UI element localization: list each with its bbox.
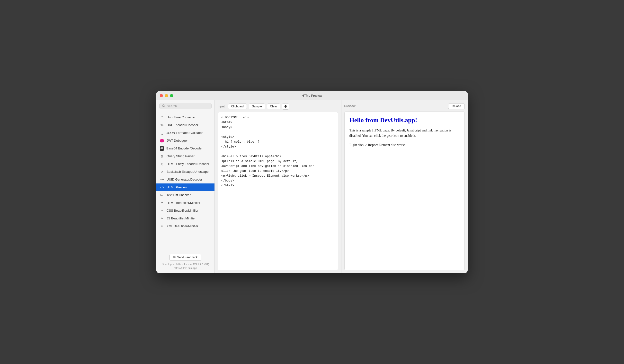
preview-label: Preview: bbox=[344, 104, 357, 108]
sidebar-item-text-diff[interactable]: ±ab Text Diff Checker bbox=[156, 191, 214, 199]
svg-point-0 bbox=[162, 105, 164, 107]
hash-icon: #; bbox=[160, 162, 164, 166]
fullscreen-button[interactable] bbox=[170, 94, 173, 97]
titlebar: HTML Preview bbox=[156, 91, 468, 100]
clock-icon: ⏱ bbox=[160, 115, 164, 120]
feedback-label: Send Feedback bbox=[177, 256, 197, 259]
email-icon: ✉ bbox=[173, 256, 176, 259]
ampersand-icon: & bbox=[160, 154, 164, 158]
sidebar-item-base64[interactable]: 64 Base64 Encoder/Decoder bbox=[156, 145, 214, 152]
base64-icon: 64 bbox=[160, 146, 164, 151]
sidebar-item-label: Unix Time Converter bbox=[167, 115, 195, 119]
clipboard-button[interactable]: Clipboard bbox=[228, 103, 247, 109]
preview-heading: Hello from DevUtils.app! bbox=[349, 117, 460, 124]
svg-marker-2 bbox=[160, 139, 164, 143]
sidebar-item-label: JSON Formatter/Validator bbox=[167, 131, 203, 135]
diff-icon: ±ab bbox=[160, 193, 164, 197]
sidebar-item-url-encoder[interactable]: % URL Encoder/Decoder bbox=[156, 121, 214, 129]
scissors3-icon: ✂ bbox=[160, 216, 164, 221]
sidebar-item-js-beautifier[interactable]: ✂ JS Beautifier/Minifier bbox=[156, 215, 214, 222]
gear-icon: ⚙ bbox=[284, 104, 287, 108]
sidebar-item-xml-beautifier[interactable]: ✂ XML Beautifier/Minifier bbox=[156, 222, 214, 230]
panels: Input: Clipboard Sample Clear ⚙ <!DOCTYP… bbox=[215, 100, 468, 273]
jwt-icon bbox=[160, 139, 164, 143]
sidebar-item-css-beautifier[interactable]: ✂ CSS Beautifier/Minifier bbox=[156, 207, 214, 215]
search-box bbox=[159, 103, 211, 109]
sidebar-item-label: CSS Beautifier/Minifier bbox=[167, 209, 198, 212]
sidebar-item-unix-time[interactable]: ⏱ Unix Time Converter bbox=[156, 114, 214, 121]
search-container bbox=[156, 100, 214, 112]
clear-button[interactable]: Clear bbox=[267, 103, 280, 109]
sample-button[interactable]: Sample bbox=[249, 103, 265, 109]
sidebar-item-label: HTML Preview bbox=[167, 185, 187, 189]
scissors4-icon: ✂ bbox=[160, 224, 164, 228]
sidebar-item-label: HTML Entity Encoder/Decoder bbox=[167, 162, 209, 166]
search-input[interactable] bbox=[167, 104, 209, 108]
sidebar-item-label: UUID Generator/Decoder bbox=[167, 178, 202, 181]
sidebar-item-label: Base64 Encoder/Decoder bbox=[166, 146, 203, 150]
traffic-lights bbox=[160, 94, 173, 97]
sidebar-footer: ✉ Send Feedback Developer Utilities for … bbox=[156, 251, 214, 273]
input-label: Input: bbox=[218, 104, 226, 108]
sidebar-item-query-string[interactable]: & Query String Parser bbox=[156, 152, 214, 160]
app-window: HTML Preview ⏱ Unix Time Converter bbox=[156, 91, 468, 273]
preview-paragraph-2: Right click > Inspect Element also works… bbox=[349, 142, 460, 148]
preview-panel: Preview: Reload Hello from DevUtils.app!… bbox=[341, 100, 468, 273]
input-toolbar: Input: Clipboard Sample Clear ⚙ bbox=[218, 103, 338, 110]
sidebar-item-label: URL Encoder/Decoder bbox=[167, 123, 198, 127]
gear-button[interactable]: ⚙ bbox=[282, 103, 289, 110]
preview-toolbar: Preview: Reload bbox=[344, 103, 465, 109]
sidebar-item-label: Text Diff Checker bbox=[167, 193, 191, 197]
sidebar: ⏱ Unix Time Converter % URL Encoder/Deco… bbox=[156, 100, 215, 273]
sidebar-nav: ⏱ Unix Time Converter % URL Encoder/Deco… bbox=[156, 112, 214, 251]
search-icon bbox=[162, 104, 165, 108]
sidebar-item-json-formatter[interactable]: {;} JSON Formatter/Validator bbox=[156, 129, 214, 137]
svg-line-1 bbox=[164, 106, 165, 107]
sidebar-item-html-preview[interactable]: </> HTML Preview bbox=[156, 183, 214, 191]
scissors2-icon: ✂ bbox=[160, 209, 164, 213]
sidebar-item-label: Query String Parser bbox=[167, 154, 195, 158]
main-content: ⏱ Unix Time Converter % URL Encoder/Deco… bbox=[156, 100, 468, 273]
sidebar-item-backslash[interactable]: \n Backslash Escaper/Unescaper bbox=[156, 168, 214, 176]
main-area: Input: Clipboard Sample Clear ⚙ <!DOCTYP… bbox=[215, 100, 468, 273]
minimize-button[interactable] bbox=[165, 94, 168, 97]
backslash-icon: \n bbox=[160, 170, 164, 174]
sidebar-item-html-entity[interactable]: #; HTML Entity Encoder/Decoder bbox=[156, 160, 214, 168]
sidebar-item-label: HTML Beautifier/Minifier bbox=[167, 201, 200, 205]
preview-paragraph-1: This is a sample HTML page. By default, … bbox=[349, 128, 460, 139]
code-editor[interactable]: <!DOCTYPE html> <html> <body> <style> h1… bbox=[218, 112, 338, 270]
sidebar-item-label: JWT Debugger bbox=[167, 139, 188, 142]
close-button[interactable] bbox=[160, 94, 163, 97]
sidebar-item-html-beautifier[interactable]: ✂ HTML Beautifier/Minifier bbox=[156, 199, 214, 207]
sidebar-item-uuid[interactable]: UID UUID Generator/Decoder bbox=[156, 176, 214, 183]
sidebar-item-label: XML Beautifier/Minifier bbox=[167, 224, 198, 228]
footer-version: Developer Utilities for macOS 1.4.1 (31)… bbox=[162, 262, 209, 270]
input-panel: Input: Clipboard Sample Clear ⚙ <!DOCTYP… bbox=[215, 100, 341, 273]
braces-icon: {;} bbox=[160, 131, 164, 135]
window-title: HTML Preview bbox=[302, 94, 322, 97]
sidebar-item-label: JS Beautifier/Minifier bbox=[167, 217, 196, 220]
reload-button[interactable]: Reload bbox=[448, 103, 465, 109]
sidebar-item-label: Backslash Escaper/Unescaper bbox=[167, 170, 210, 173]
feedback-button[interactable]: ✉ Send Feedback bbox=[170, 254, 201, 261]
sidebar-item-jwt-debugger[interactable]: JWT Debugger bbox=[156, 137, 214, 145]
percent-icon: % bbox=[160, 123, 164, 127]
uuid-icon: UID bbox=[160, 177, 164, 182]
scissors-icon: ✂ bbox=[160, 201, 164, 205]
preview-content: Hello from DevUtils.app! This is a sampl… bbox=[344, 112, 465, 270]
html-icon: </> bbox=[160, 185, 164, 190]
